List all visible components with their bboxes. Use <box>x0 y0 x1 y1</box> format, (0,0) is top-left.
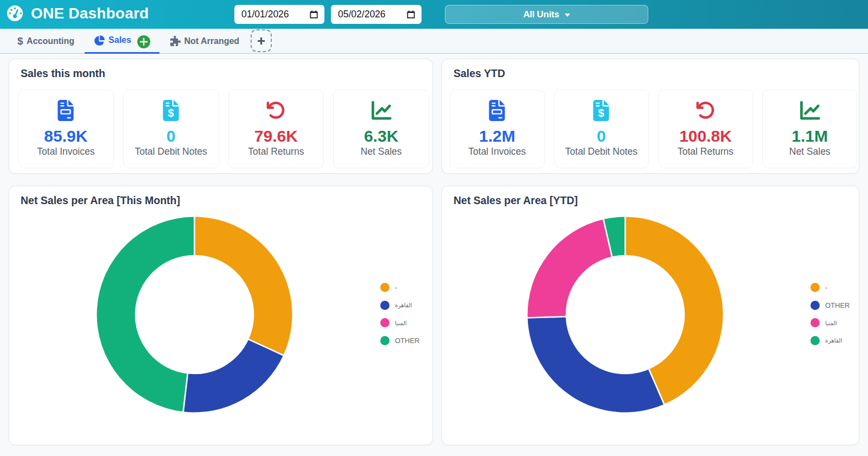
svg-text:$: $ <box>598 107 604 119</box>
svg-text:$: $ <box>168 107 174 119</box>
